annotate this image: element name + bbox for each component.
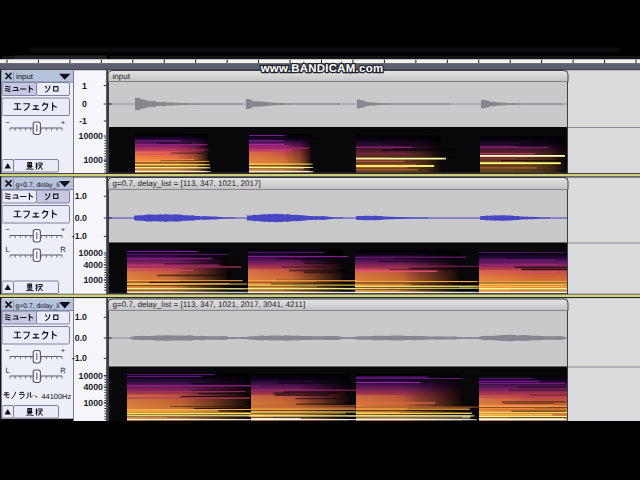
svg-text:0: 0 bbox=[82, 99, 87, 109]
svg-text:-1.0: -1.0 bbox=[72, 353, 87, 363]
svg-text:1000: 1000 bbox=[83, 275, 103, 285]
svg-text:L: L bbox=[5, 366, 9, 375]
svg-text:input: input bbox=[113, 72, 131, 81]
svg-text:10000: 10000 bbox=[79, 131, 104, 141]
svg-text:+: + bbox=[61, 346, 66, 355]
svg-text:0.0: 0.0 bbox=[75, 213, 87, 223]
svg-text:www.BANDICAM.com: www.BANDICAM.com bbox=[260, 63, 384, 75]
svg-text:+: + bbox=[61, 118, 66, 127]
svg-text:−: − bbox=[5, 346, 10, 355]
svg-text:+: + bbox=[61, 225, 66, 234]
svg-text:10000: 10000 bbox=[79, 371, 104, 381]
svg-text:1000: 1000 bbox=[83, 398, 103, 408]
svg-text:g=0.7, delay_list = [113, 347,: g=0.7, delay_list = [113, 347, 1021, 201… bbox=[113, 179, 261, 188]
svg-text:g=0.7, delay_li: g=0.7, delay_li bbox=[16, 303, 61, 310]
svg-text:−: − bbox=[5, 225, 10, 234]
svg-text:0.0: 0.0 bbox=[75, 333, 87, 343]
svg-text:−: − bbox=[5, 118, 10, 127]
svg-text:4000: 4000 bbox=[83, 382, 103, 392]
svg-text:-1: -1 bbox=[79, 116, 87, 126]
svg-text:4000: 4000 bbox=[83, 260, 103, 270]
svg-text:R: R bbox=[60, 366, 66, 375]
svg-text:10000: 10000 bbox=[79, 248, 104, 258]
svg-text:-1.0: -1.0 bbox=[72, 231, 87, 241]
svg-text:1: 1 bbox=[82, 81, 87, 91]
svg-text:L: L bbox=[5, 245, 9, 254]
svg-text:R: R bbox=[60, 245, 66, 254]
svg-text:1.0: 1.0 bbox=[75, 191, 87, 201]
svg-text:input: input bbox=[16, 72, 34, 81]
svg-text:44100Hz: 44100Hz bbox=[42, 392, 72, 401]
svg-text:1.0: 1.0 bbox=[75, 312, 87, 322]
svg-text:g=0.7, delay_list = [113, 347,: g=0.7, delay_list = [113, 347, 1021, 201… bbox=[113, 300, 306, 309]
svg-text:g=0.7, delay_li: g=0.7, delay_li bbox=[16, 182, 61, 189]
svg-text:1000: 1000 bbox=[83, 155, 103, 165]
